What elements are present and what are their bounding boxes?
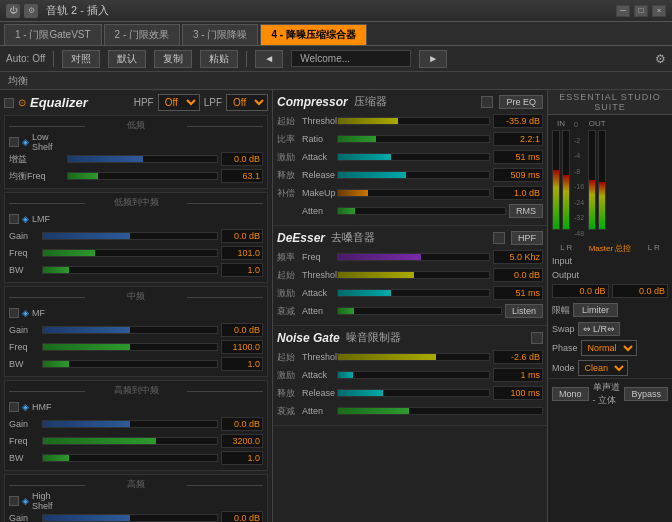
tab-bar: 1 - 门限GateVST 2 - 门限效果 3 - 门限降噪 4 - 降噪压缩… <box>0 22 672 46</box>
low-shelf-gain-slider[interactable] <box>67 155 218 163</box>
comp-ratio-cn: 比率 <box>277 133 299 146</box>
tab-2[interactable]: 2 - 门限效果 <box>104 24 180 45</box>
hmf-gain-slider[interactable] <box>42 420 218 428</box>
lmf-bw-slider[interactable] <box>42 266 218 274</box>
hmf-freq-slider[interactable] <box>42 437 218 445</box>
mf-title: 中频 <box>9 290 263 303</box>
mf-bw-slider[interactable] <box>42 360 218 368</box>
deesser-checkbox[interactable] <box>493 232 505 244</box>
fuzhi-button[interactable]: 复制 <box>154 50 192 68</box>
deesser-hpf-button[interactable]: HPF <box>511 231 543 245</box>
moren-button[interactable]: 默认 <box>108 50 146 68</box>
title-icon-settings[interactable]: ⚙ <box>24 4 38 18</box>
lmf-section: 低频到中频 ◈ LMF Gain 0.0 dB Freq 101.0 <box>4 192 268 283</box>
essential-label: ESSENTIAL STUDIO SUITE <box>548 90 672 115</box>
mono-button[interactable]: Mono <box>552 387 589 401</box>
swap-button[interactable]: ⇔ L/R⇔ <box>578 322 621 336</box>
tab-4[interactable]: 4 - 降噪压缩综合器 <box>260 24 366 45</box>
comp-atten-row: Atten RMS <box>277 203 543 219</box>
gate-release-value: 100 ms <box>493 386 543 400</box>
bypass-button[interactable]: Bypass <box>624 387 668 401</box>
mode-select[interactable]: Clean Warm <box>578 360 628 376</box>
compressor-cn-title: 压缩器 <box>354 94 387 109</box>
listen-button[interactable]: Listen <box>505 304 543 318</box>
compressor-checkbox[interactable] <box>481 96 493 108</box>
pre-eq-button[interactable]: Pre EQ <box>499 95 543 109</box>
deesser-threshold-slider[interactable] <box>337 271 490 279</box>
hmf-freq-label: Freq <box>9 436 39 446</box>
main-content: ⊙ Equalizer HPF OffOn LPF OffOn 低频 ◈ <box>0 90 672 522</box>
hmf-freq-value: 3200.0 <box>221 434 263 448</box>
hmf-checkbox[interactable] <box>9 402 19 412</box>
gate-attack-label: Attack <box>302 370 334 380</box>
noisegate-checkbox[interactable] <box>531 332 543 344</box>
phase-select[interactable]: Normal Invert <box>581 340 637 356</box>
comp-makeup-slider[interactable] <box>337 189 490 197</box>
comp-threshold-slider[interactable] <box>337 117 490 125</box>
gate-threshold-slider[interactable] <box>337 353 490 361</box>
hmf-bw-slider[interactable] <box>42 454 218 462</box>
comp-attack-row: 激励 Attack 51 ms <box>277 149 543 165</box>
duiying-button[interactable]: 对照 <box>62 50 100 68</box>
comp-atten-slider[interactable] <box>337 207 506 215</box>
high-shelf-icon: ◈ <box>22 496 29 506</box>
mf-freq-slider[interactable] <box>42 343 218 351</box>
out-label: OUT <box>589 119 606 128</box>
swap-row: Swap ⇔ L/R⇔ <box>548 320 672 338</box>
eq-title-text: Equalizer <box>30 95 88 110</box>
mf-gain-slider[interactable] <box>42 326 218 334</box>
low-shelf-gain-value: 0.0 dB <box>221 152 263 166</box>
tab-1[interactable]: 1 - 门限GateVST <box>4 24 102 45</box>
high-shelf-gain-slider[interactable] <box>42 514 218 522</box>
low-shelf-freq-slider[interactable] <box>67 172 218 180</box>
comp-attack-label: Attack <box>302 152 334 162</box>
deesser-atten-slider[interactable] <box>337 307 502 315</box>
lmf-gain-slider[interactable] <box>42 232 218 240</box>
high-shelf-checkbox[interactable] <box>9 496 19 506</box>
noisegate-title: Noise Gate <box>277 331 340 345</box>
deesser-freq-slider[interactable] <box>337 253 490 261</box>
gate-atten-label: Atten <box>302 406 334 416</box>
comp-attack-slider[interactable] <box>337 153 490 161</box>
minimize-button[interactable]: ─ <box>616 5 630 17</box>
comp-release-value: 509 ms <box>493 168 543 182</box>
mf-freq-row: Freq 1100.0 <box>9 339 263 355</box>
gain-cn-label: 增益 <box>9 153 64 166</box>
lpf-select[interactable]: OffOn <box>226 94 268 111</box>
comp-release-slider[interactable] <box>337 171 490 179</box>
gate-release-slider[interactable] <box>337 389 490 397</box>
rms-button[interactable]: RMS <box>509 204 543 218</box>
gate-atten-slider[interactable] <box>337 407 543 415</box>
comp-makeup-label: MakeUp <box>302 188 334 198</box>
comp-ratio-row: 比率 Ratio 2.2:1 <box>277 131 543 147</box>
mf-band-row: ◈ MF <box>9 305 263 321</box>
eq-enable-checkbox[interactable] <box>4 98 14 108</box>
deesser-title: DeEsser <box>277 231 325 245</box>
title-icon-power[interactable]: ⏻ <box>6 4 20 18</box>
maximize-button[interactable]: □ <box>634 5 648 17</box>
settings-icon[interactable]: ⚙ <box>655 52 666 66</box>
tab-3[interactable]: 3 - 门限降噪 <box>182 24 258 45</box>
hmf-icon: ◈ <box>22 402 29 412</box>
low-shelf-checkbox[interactable] <box>9 137 19 147</box>
zhantie-button[interactable]: 粘贴 <box>200 50 238 68</box>
lmf-freq-slider[interactable] <box>42 249 218 257</box>
lmf-bw-label: BW <box>9 265 39 275</box>
welcome-box: Welcome... <box>291 50 411 67</box>
phase-label: Phase <box>552 343 578 353</box>
close-button[interactable]: × <box>652 5 666 17</box>
comp-attack-cn: 激励 <box>277 151 299 164</box>
comp-ratio-slider[interactable] <box>337 135 490 143</box>
gate-attack-slider[interactable] <box>337 371 490 379</box>
middle-panel: Compressor 压缩器 Pre EQ 起始 Threshold -35.9… <box>273 90 548 522</box>
lmf-checkbox[interactable] <box>9 214 19 224</box>
high-shelf-gain-value: 0.0 dB <box>221 511 263 522</box>
arrow-left-button[interactable]: ◄ <box>255 50 283 68</box>
hpf-select[interactable]: OffOn <box>158 94 200 111</box>
lmf-freq-label: Freq <box>9 248 39 258</box>
limiter-button[interactable]: Limiter <box>573 303 618 317</box>
arrow-right-button[interactable]: ► <box>419 50 447 68</box>
mf-checkbox[interactable] <box>9 308 19 318</box>
noisegate-section: Noise Gate 噪音限制器 起始 Threshold -2.6 dB 激励… <box>273 326 547 426</box>
deesser-attack-slider[interactable] <box>337 289 490 297</box>
